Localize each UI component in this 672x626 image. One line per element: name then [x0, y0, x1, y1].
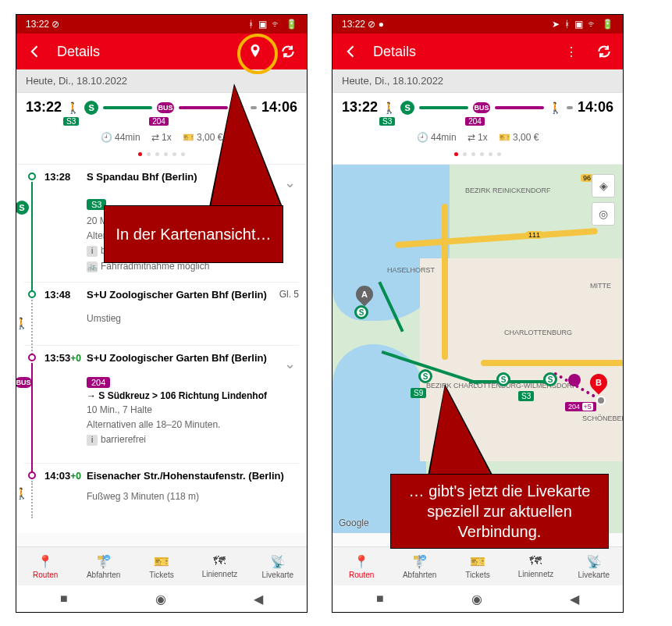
- leg-time: 14:03+0: [44, 470, 87, 506]
- stop-name: Eisenacher Str./Hohenstaufenstr. (Berlin…: [87, 470, 299, 482]
- map-highway: [481, 360, 623, 366]
- livemap-icon: 📡: [270, 554, 286, 569]
- nav-livekarte[interactable]: 📡Livekarte: [565, 547, 623, 585]
- appbar-title: Details: [373, 44, 549, 60]
- departures-icon: 🚏: [412, 554, 428, 569]
- back-button[interactable]: [340, 41, 362, 62]
- nav-recent-icon[interactable]: ■: [376, 592, 384, 606]
- trip-stats: 🕘 44min ⇄ 1x 🎫 3,00 €: [342, 126, 613, 149]
- stop-name: S+U Zoologischer Garten Bhf (Berlin): [87, 352, 281, 364]
- line-s3-tag: S3: [63, 117, 79, 126]
- map-layers-button[interactable]: ◈: [592, 174, 615, 197]
- map-pin-end[interactable]: B: [586, 370, 610, 394]
- network-icon: 🗺: [213, 554, 226, 568]
- back-button[interactable]: [24, 41, 46, 62]
- leg-time: 13:48: [44, 289, 87, 342]
- walk-icon: 🚶: [66, 101, 80, 114]
- map-sbahn-marker[interactable]: S: [354, 305, 368, 319]
- status-bar: 13:22 ⊘ ᚼ ▣ ᯤ 🔋: [16, 15, 307, 34]
- segment-sbahn: [103, 106, 152, 109]
- walk-mode-icon: 🚶: [16, 317, 28, 329]
- nav-liniennetz[interactable]: 🗺Liniennetz: [190, 547, 248, 585]
- itinerary-leg[interactable]: 14:03+0 Eisenacher Str./Hohenstaufenstr.…: [16, 464, 307, 509]
- refresh-button[interactable]: [277, 41, 299, 62]
- nav-home-icon[interactable]: ◉: [471, 592, 482, 606]
- nav-home-icon[interactable]: ◉: [155, 592, 166, 606]
- bus-icon: BUS: [473, 102, 490, 113]
- battery-icon: 🔋: [602, 19, 613, 30]
- tickets-icon: 🎫: [470, 554, 485, 569]
- expand-chevron-icon[interactable]: ⌄: [281, 352, 299, 460]
- price: 🎫 3,00 €: [499, 132, 539, 143]
- expand-chevron-icon[interactable]: ⌄: [281, 171, 299, 279]
- sbahn-icon: S: [400, 101, 414, 115]
- nav-recent-icon[interactable]: ■: [60, 592, 68, 606]
- bus-marker[interactable]: [568, 374, 581, 386]
- refresh-button[interactable]: [593, 41, 615, 62]
- network-icon: 🗺: [529, 554, 542, 568]
- bottom-nav: 📍Routen 🚏Abfahrten 🎫Tickets 🗺Liniennetz …: [16, 546, 307, 585]
- nav-liniennetz[interactable]: 🗺Liniennetz: [507, 547, 564, 585]
- map-sbahn-marker[interactable]: S: [496, 372, 510, 386]
- arrive-time: 14:06: [578, 99, 613, 116]
- nav-routen[interactable]: 📍Routen: [332, 547, 390, 585]
- transfers: ⇄ 1x: [468, 132, 488, 143]
- bluetooth-icon: ᚼ: [564, 19, 570, 30]
- departures-icon: 🚏: [96, 554, 112, 569]
- nav-tickets[interactable]: 🎫Tickets: [449, 547, 507, 585]
- map-toggle-button[interactable]: [244, 41, 266, 62]
- leg-time: 13:28: [44, 171, 87, 279]
- line-label-s9: S9: [411, 388, 426, 398]
- direction: → S Südkreuz > 106 Richtung Lindenhof: [87, 390, 281, 401]
- hwy-shield: 111: [526, 231, 542, 239]
- itinerary-leg[interactable]: 13:53+0 S+U Zoologischer Garten Bhf (Ber…: [16, 346, 307, 463]
- map-highway: [442, 204, 448, 360]
- transfer-label: Umstieg: [87, 301, 299, 326]
- district-label: BEZIRK REINICKENDORF: [465, 187, 551, 194]
- nav-livekarte[interactable]: 📡Livekarte: [249, 547, 307, 585]
- line-label-204: 204 +5: [565, 402, 596, 411]
- bluetooth-icon: ᚼ: [248, 19, 254, 30]
- line-204-tag: 204: [149, 117, 169, 126]
- duration: 🕘 44min: [417, 132, 457, 143]
- status-icons: ᚼ ▣ ᯤ 🔋: [248, 19, 297, 30]
- bike-icon: 🚲: [87, 261, 98, 272]
- district-label: HASELHORST: [387, 266, 435, 274]
- nav-abfahrten[interactable]: 🚏Abfahrten: [74, 547, 132, 585]
- itinerary-leg[interactable]: 13:48 Gl. 5 S+U Zoologischer Garten Bhf …: [16, 283, 307, 345]
- nav-back-icon[interactable]: ◀: [570, 592, 579, 606]
- appbar-title: Details: [57, 44, 233, 60]
- google-logo: Google: [339, 518, 369, 528]
- map-locate-button[interactable]: ◎: [592, 202, 615, 226]
- cast-icon: ▣: [258, 19, 267, 30]
- delay-badge: +0: [70, 353, 81, 364]
- routes-icon: 📍: [354, 554, 369, 569]
- info-icon: i: [87, 246, 98, 257]
- walk-icon: 🚶: [382, 101, 396, 114]
- wifi-icon: ᯤ: [588, 19, 597, 30]
- routes-icon: 📍: [37, 554, 53, 569]
- map-end-dot: [596, 396, 606, 405]
- callout-text: … gibt's jetzt die Livekarte speziell zu…: [390, 474, 609, 549]
- delay-badge: +0: [70, 471, 81, 482]
- nav-tickets[interactable]: 🎫Tickets: [133, 547, 190, 585]
- date-bar: Heute, Di., 18.10.2022: [332, 69, 623, 93]
- nav-back-icon[interactable]: ◀: [254, 592, 263, 606]
- line-204-tag: 204: [465, 117, 485, 126]
- bus-icon: BUS: [157, 102, 174, 113]
- segment-bus: [495, 106, 544, 109]
- page-dots[interactable]: [342, 149, 613, 161]
- trip-summary[interactable]: 13:22 🚶 S BUS 🚶 14:06 S3 204 🕘 44min ⇄ 1…: [332, 93, 623, 165]
- tickets-icon: 🎫: [154, 554, 169, 569]
- bus-mode-icon: BUS: [16, 377, 32, 388]
- nav-routen[interactable]: 📍Routen: [16, 547, 74, 585]
- line-label-s3: S3: [518, 391, 534, 401]
- map-pin-start[interactable]: A: [352, 282, 376, 306]
- map-sbahn-marker[interactable]: S: [543, 372, 557, 386]
- stop-name: S+U Zoologischer Garten Bhf (Berlin): [87, 289, 299, 301]
- nav-abfahrten[interactable]: 🚏Abfahrten: [390, 547, 448, 585]
- map-sbahn-marker[interactable]: S: [418, 369, 432, 383]
- wifi-icon: ᯤ: [272, 19, 281, 30]
- more-button[interactable]: ⋮: [560, 41, 582, 62]
- android-navbar: ■ ◉ ◀: [16, 585, 307, 612]
